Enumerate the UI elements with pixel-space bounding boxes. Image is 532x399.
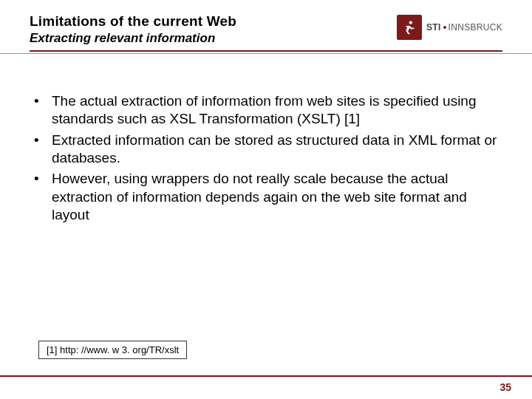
- logo: STIINNSBRUCK: [397, 15, 502, 40]
- logo-square-icon: [397, 15, 422, 40]
- list-item: However, using wrappers do not really sc…: [30, 170, 502, 224]
- slide-subtitle: Extracting relevant information: [30, 31, 397, 46]
- svg-point-0: [409, 21, 412, 24]
- body: The actual extraction of information fro…: [0, 54, 532, 224]
- logo-text: STIINNSBRUCK: [426, 22, 502, 33]
- header: Limitations of the current Web Extractin…: [0, 0, 532, 46]
- title-underline: [30, 50, 502, 52]
- list-item: The actual extraction of information fro…: [30, 92, 502, 129]
- logo-dot-icon: [443, 26, 446, 29]
- slide: Limitations of the current Web Extractin…: [0, 0, 532, 399]
- footnote-box: [1] http: //www. w 3. org/TR/xslt: [38, 341, 187, 359]
- page-number: 35: [499, 381, 511, 393]
- person-run-icon: [401, 19, 417, 35]
- title-row: Limitations of the current Web Extractin…: [30, 13, 502, 46]
- list-item: Extracted information can be stored as s…: [30, 132, 502, 168]
- footnote-text: [1] http: //www. w 3. org/TR/xslt: [38, 341, 187, 359]
- logo-text-secondary: INNSBRUCK: [449, 22, 502, 33]
- titles-block: Limitations of the current Web Extractin…: [30, 13, 397, 46]
- bullet-list: The actual extraction of information fro…: [30, 92, 502, 224]
- footer-divider: [0, 375, 532, 377]
- logo-text-primary: STI: [426, 22, 441, 33]
- slide-title: Limitations of the current Web: [30, 13, 397, 30]
